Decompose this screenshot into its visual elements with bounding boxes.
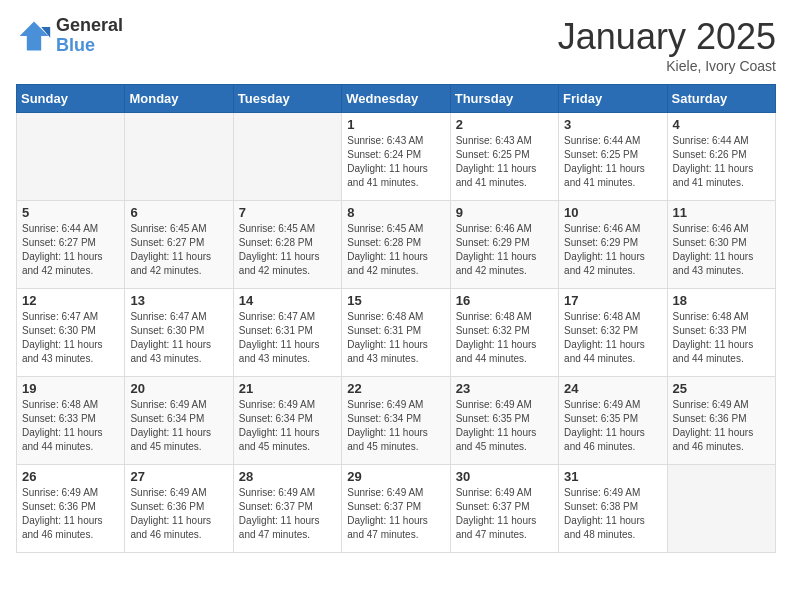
day-number: 4: [673, 117, 770, 132]
calendar-cell: 4Sunrise: 6:44 AM Sunset: 6:26 PM Daylig…: [667, 113, 775, 201]
calendar-cell: 12Sunrise: 6:47 AM Sunset: 6:30 PM Dayli…: [17, 289, 125, 377]
day-number: 15: [347, 293, 444, 308]
day-number: 30: [456, 469, 553, 484]
logo-blue-text: Blue: [56, 36, 123, 56]
day-number: 21: [239, 381, 336, 396]
calendar-cell: [17, 113, 125, 201]
day-info: Sunrise: 6:49 AM Sunset: 6:35 PM Dayligh…: [456, 398, 553, 454]
calendar-cell: 19Sunrise: 6:48 AM Sunset: 6:33 PM Dayli…: [17, 377, 125, 465]
day-number: 17: [564, 293, 661, 308]
calendar-cell: 25Sunrise: 6:49 AM Sunset: 6:36 PM Dayli…: [667, 377, 775, 465]
calendar-week-0: 1Sunrise: 6:43 AM Sunset: 6:24 PM Daylig…: [17, 113, 776, 201]
day-info: Sunrise: 6:49 AM Sunset: 6:36 PM Dayligh…: [22, 486, 119, 542]
calendar-week-3: 19Sunrise: 6:48 AM Sunset: 6:33 PM Dayli…: [17, 377, 776, 465]
day-info: Sunrise: 6:45 AM Sunset: 6:28 PM Dayligh…: [239, 222, 336, 278]
day-number: 13: [130, 293, 227, 308]
day-info: Sunrise: 6:44 AM Sunset: 6:26 PM Dayligh…: [673, 134, 770, 190]
day-number: 22: [347, 381, 444, 396]
calendar-cell: 6Sunrise: 6:45 AM Sunset: 6:27 PM Daylig…: [125, 201, 233, 289]
calendar-cell: 30Sunrise: 6:49 AM Sunset: 6:37 PM Dayli…: [450, 465, 558, 553]
calendar-cell: 14Sunrise: 6:47 AM Sunset: 6:31 PM Dayli…: [233, 289, 341, 377]
calendar-cell: 11Sunrise: 6:46 AM Sunset: 6:30 PM Dayli…: [667, 201, 775, 289]
calendar-cell: 5Sunrise: 6:44 AM Sunset: 6:27 PM Daylig…: [17, 201, 125, 289]
day-info: Sunrise: 6:49 AM Sunset: 6:34 PM Dayligh…: [239, 398, 336, 454]
day-info: Sunrise: 6:49 AM Sunset: 6:37 PM Dayligh…: [347, 486, 444, 542]
calendar-cell: [667, 465, 775, 553]
header-friday: Friday: [559, 85, 667, 113]
calendar-cell: 29Sunrise: 6:49 AM Sunset: 6:37 PM Dayli…: [342, 465, 450, 553]
calendar-cell: [125, 113, 233, 201]
day-number: 6: [130, 205, 227, 220]
calendar-cell: 10Sunrise: 6:46 AM Sunset: 6:29 PM Dayli…: [559, 201, 667, 289]
day-number: 10: [564, 205, 661, 220]
day-info: Sunrise: 6:48 AM Sunset: 6:32 PM Dayligh…: [564, 310, 661, 366]
header-saturday: Saturday: [667, 85, 775, 113]
calendar-cell: 17Sunrise: 6:48 AM Sunset: 6:32 PM Dayli…: [559, 289, 667, 377]
day-info: Sunrise: 6:45 AM Sunset: 6:27 PM Dayligh…: [130, 222, 227, 278]
header-sunday: Sunday: [17, 85, 125, 113]
calendar-week-1: 5Sunrise: 6:44 AM Sunset: 6:27 PM Daylig…: [17, 201, 776, 289]
day-info: Sunrise: 6:49 AM Sunset: 6:35 PM Dayligh…: [564, 398, 661, 454]
day-info: Sunrise: 6:49 AM Sunset: 6:36 PM Dayligh…: [673, 398, 770, 454]
day-number: 29: [347, 469, 444, 484]
day-info: Sunrise: 6:47 AM Sunset: 6:30 PM Dayligh…: [22, 310, 119, 366]
day-info: Sunrise: 6:48 AM Sunset: 6:33 PM Dayligh…: [673, 310, 770, 366]
title-block: January 2025 Kiele, Ivory Coast: [558, 16, 776, 74]
calendar-cell: 24Sunrise: 6:49 AM Sunset: 6:35 PM Dayli…: [559, 377, 667, 465]
calendar-cell: [233, 113, 341, 201]
header-tuesday: Tuesday: [233, 85, 341, 113]
calendar-cell: 7Sunrise: 6:45 AM Sunset: 6:28 PM Daylig…: [233, 201, 341, 289]
day-info: Sunrise: 6:43 AM Sunset: 6:25 PM Dayligh…: [456, 134, 553, 190]
day-info: Sunrise: 6:48 AM Sunset: 6:32 PM Dayligh…: [456, 310, 553, 366]
calendar-cell: 15Sunrise: 6:48 AM Sunset: 6:31 PM Dayli…: [342, 289, 450, 377]
calendar-cell: 23Sunrise: 6:49 AM Sunset: 6:35 PM Dayli…: [450, 377, 558, 465]
calendar-cell: 13Sunrise: 6:47 AM Sunset: 6:30 PM Dayli…: [125, 289, 233, 377]
day-number: 18: [673, 293, 770, 308]
day-number: 14: [239, 293, 336, 308]
calendar-header-row: SundayMondayTuesdayWednesdayThursdayFrid…: [17, 85, 776, 113]
day-info: Sunrise: 6:44 AM Sunset: 6:25 PM Dayligh…: [564, 134, 661, 190]
calendar-cell: 26Sunrise: 6:49 AM Sunset: 6:36 PM Dayli…: [17, 465, 125, 553]
day-number: 7: [239, 205, 336, 220]
day-number: 19: [22, 381, 119, 396]
day-number: 20: [130, 381, 227, 396]
day-info: Sunrise: 6:46 AM Sunset: 6:29 PM Dayligh…: [564, 222, 661, 278]
day-info: Sunrise: 6:49 AM Sunset: 6:34 PM Dayligh…: [347, 398, 444, 454]
header-thursday: Thursday: [450, 85, 558, 113]
day-number: 9: [456, 205, 553, 220]
day-number: 5: [22, 205, 119, 220]
calendar-cell: 8Sunrise: 6:45 AM Sunset: 6:28 PM Daylig…: [342, 201, 450, 289]
day-info: Sunrise: 6:47 AM Sunset: 6:31 PM Dayligh…: [239, 310, 336, 366]
day-number: 23: [456, 381, 553, 396]
day-number: 16: [456, 293, 553, 308]
day-number: 24: [564, 381, 661, 396]
day-info: Sunrise: 6:47 AM Sunset: 6:30 PM Dayligh…: [130, 310, 227, 366]
logo-icon: [16, 18, 52, 54]
day-info: Sunrise: 6:49 AM Sunset: 6:34 PM Dayligh…: [130, 398, 227, 454]
logo-general-text: General: [56, 16, 123, 36]
day-info: Sunrise: 6:49 AM Sunset: 6:36 PM Dayligh…: [130, 486, 227, 542]
calendar-cell: 28Sunrise: 6:49 AM Sunset: 6:37 PM Dayli…: [233, 465, 341, 553]
calendar-cell: 31Sunrise: 6:49 AM Sunset: 6:38 PM Dayli…: [559, 465, 667, 553]
day-number: 8: [347, 205, 444, 220]
calendar-cell: 18Sunrise: 6:48 AM Sunset: 6:33 PM Dayli…: [667, 289, 775, 377]
calendar-cell: 9Sunrise: 6:46 AM Sunset: 6:29 PM Daylig…: [450, 201, 558, 289]
logo: General Blue: [16, 16, 123, 56]
location: Kiele, Ivory Coast: [558, 58, 776, 74]
day-number: 26: [22, 469, 119, 484]
day-info: Sunrise: 6:44 AM Sunset: 6:27 PM Dayligh…: [22, 222, 119, 278]
calendar-cell: 2Sunrise: 6:43 AM Sunset: 6:25 PM Daylig…: [450, 113, 558, 201]
day-number: 12: [22, 293, 119, 308]
day-info: Sunrise: 6:43 AM Sunset: 6:24 PM Dayligh…: [347, 134, 444, 190]
month-title: January 2025: [558, 16, 776, 58]
day-number: 1: [347, 117, 444, 132]
day-number: 11: [673, 205, 770, 220]
calendar-table: SundayMondayTuesdayWednesdayThursdayFrid…: [16, 84, 776, 553]
day-number: 25: [673, 381, 770, 396]
day-info: Sunrise: 6:46 AM Sunset: 6:30 PM Dayligh…: [673, 222, 770, 278]
calendar-cell: 22Sunrise: 6:49 AM Sunset: 6:34 PM Dayli…: [342, 377, 450, 465]
header-monday: Monday: [125, 85, 233, 113]
svg-marker-0: [20, 21, 49, 50]
calendar-cell: 3Sunrise: 6:44 AM Sunset: 6:25 PM Daylig…: [559, 113, 667, 201]
day-info: Sunrise: 6:48 AM Sunset: 6:31 PM Dayligh…: [347, 310, 444, 366]
